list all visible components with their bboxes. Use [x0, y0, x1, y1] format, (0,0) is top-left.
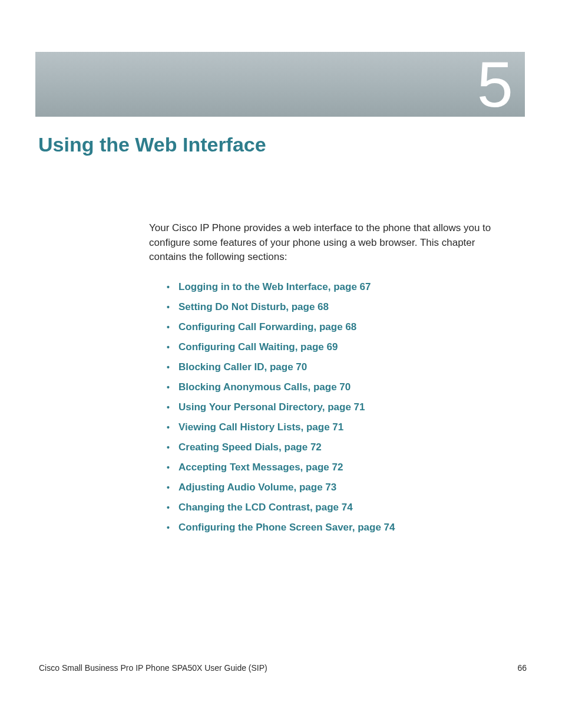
toc-link-blocking-anonymous[interactable]: Blocking Anonymous Calls, page 70: [178, 381, 351, 393]
toc-item: Configuring Call Forwarding, page 68: [167, 321, 511, 333]
toc-link-personal-directory[interactable]: Using Your Personal Directory, page 71: [178, 401, 365, 413]
toc-link-blocking-caller-id[interactable]: Blocking Caller ID, page 70: [178, 361, 307, 373]
toc-item: Using Your Personal Directory, page 71: [167, 401, 511, 413]
toc-link-call-history[interactable]: Viewing Call History Lists, page 71: [178, 421, 343, 433]
toc-link-audio-volume[interactable]: Adjusting Audio Volume, page 73: [178, 482, 336, 493]
toc-link-logging-in[interactable]: Logging in to the Web Interface, page 67: [178, 281, 371, 292]
toc-item: Logging in to the Web Interface, page 67: [167, 281, 511, 293]
toc-list: Logging in to the Web Interface, page 67…: [149, 281, 511, 533]
toc-link-dnd[interactable]: Setting Do Not Disturb, page 68: [178, 301, 329, 312]
footer-doc-title: Cisco Small Business Pro IP Phone SPA50X…: [39, 663, 267, 673]
intro-paragraph: Your Cisco IP Phone provides a web inter…: [149, 221, 511, 265]
toc-link-lcd-contrast[interactable]: Changing the LCD Contrast, page 74: [178, 502, 353, 513]
toc-link-speed-dials[interactable]: Creating Speed Dials, page 72: [178, 442, 322, 453]
page-footer: Cisco Small Business Pro IP Phone SPA50X…: [39, 663, 527, 673]
chapter-title: Using the Web Interface: [38, 133, 527, 156]
content-area: Your Cisco IP Phone provides a web inter…: [149, 221, 511, 533]
toc-link-screen-saver[interactable]: Configuring the Phone Screen Saver, page…: [178, 522, 395, 533]
toc-link-call-forwarding[interactable]: Configuring Call Forwarding, page 68: [178, 321, 356, 332]
toc-item: Changing the LCD Contrast, page 74: [167, 502, 511, 513]
toc-item: Configuring the Phone Screen Saver, page…: [167, 522, 511, 533]
toc-item: Viewing Call History Lists, page 71: [167, 421, 511, 433]
chapter-number: 5: [477, 52, 513, 117]
toc-item: Creating Speed Dials, page 72: [167, 442, 511, 453]
document-page: 5 Using the Web Interface Your Cisco IP …: [0, 0, 562, 533]
footer-page-number: 66: [517, 663, 527, 673]
toc-item: Blocking Anonymous Calls, page 70: [167, 381, 511, 393]
chapter-banner: 5: [35, 52, 525, 117]
toc-item: Accepting Text Messages, page 72: [167, 462, 511, 473]
toc-link-text-messages[interactable]: Accepting Text Messages, page 72: [178, 462, 343, 473]
toc-link-call-waiting[interactable]: Configuring Call Waiting, page 69: [178, 341, 338, 353]
toc-item: Adjusting Audio Volume, page 73: [167, 482, 511, 493]
toc-item: Configuring Call Waiting, page 69: [167, 341, 511, 353]
toc-item: Blocking Caller ID, page 70: [167, 361, 511, 373]
toc-item: Setting Do Not Disturb, page 68: [167, 301, 511, 313]
